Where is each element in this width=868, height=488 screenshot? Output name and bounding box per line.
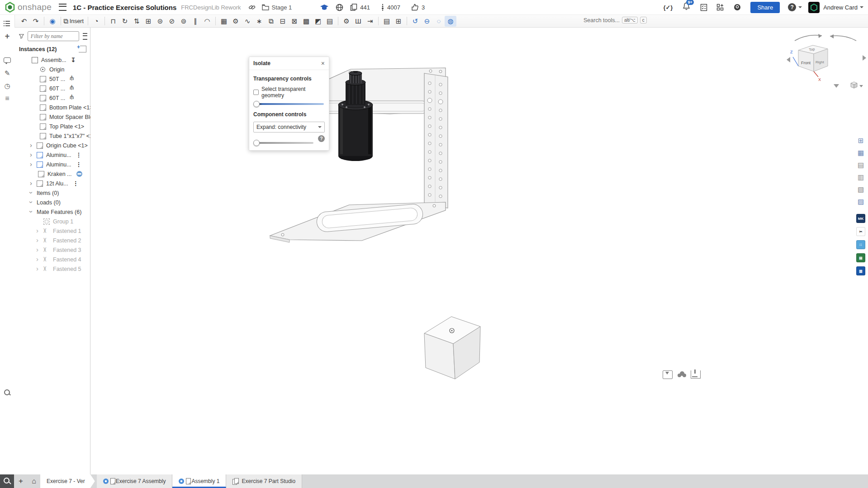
ball-mate-icon[interactable]: ⊚ <box>178 16 190 27</box>
hamburger-menu-icon[interactable] <box>59 4 66 11</box>
configurations-icon[interactable]: ⚙ <box>341 16 352 27</box>
drawing-icon[interactable]: ▤ <box>324 16 336 27</box>
item-label[interactable]: 12t Alu... <box>46 180 68 187</box>
configuration-panel-icon[interactable]: ▤ <box>856 161 865 170</box>
slider-mate-icon[interactable]: ⇅ <box>131 16 142 27</box>
section-view-icon[interactable]: ⊖ <box>421 16 433 27</box>
cylindrical-mate-icon[interactable]: ⊜ <box>154 16 166 27</box>
user-menu-caret-icon[interactable] <box>860 6 863 10</box>
comments-icon[interactable] <box>3 57 11 65</box>
item-label[interactable]: 60T ... <box>49 85 65 92</box>
tree-view-options-icon[interactable] <box>83 33 87 40</box>
group-icon[interactable]: ▦ <box>218 16 230 27</box>
grid-app-icon[interactable]: ∷ <box>856 240 865 249</box>
exploded-view-icon[interactable]: ◔ <box>90 16 102 27</box>
task-list-icon[interactable] <box>700 4 707 11</box>
link-icon[interactable] <box>248 4 256 11</box>
item-label[interactable]: Assemb... <box>41 57 66 63</box>
tree-item[interactable]: Fastened 3 <box>14 245 90 255</box>
properties-panel-icon[interactable]: ▧ <box>856 185 865 194</box>
mkcad-app-icon[interactable]: MK <box>856 214 865 223</box>
item-suffix-icon[interactable] <box>70 85 74 92</box>
usage-dots-icon[interactable] <box>381 4 384 11</box>
chevron-icon[interactable] <box>30 152 37 158</box>
fastened-mate-icon[interactable]: ⊓ <box>107 16 119 27</box>
sheet-metal-icon[interactable]: Ш <box>352 16 364 27</box>
item-label[interactable]: Aluminu... <box>46 161 71 168</box>
tree-item[interactable]: Fastened 2 <box>14 236 90 245</box>
scissors-app-icon[interactable]: ✂ <box>856 227 865 236</box>
copies-icon[interactable] <box>350 4 357 11</box>
printer-3d-icon[interactable] <box>663 370 673 379</box>
item-label[interactable]: Mate Features (6) <box>37 209 81 215</box>
filter-input[interactable] <box>28 31 79 41</box>
assembly-panel-icon[interactable]: ⊞ <box>856 136 865 145</box>
item-label[interactable]: Tube 1"x1"x7" <1> <box>49 133 96 139</box>
pin-slot-mate-icon[interactable]: ⊘ <box>166 16 178 27</box>
edit-document-icon[interactable] <box>3 69 11 77</box>
new-tab-button[interactable]: + <box>14 474 28 488</box>
item-suffix-icon[interactable] <box>70 95 74 101</box>
view-cube[interactable]: Top Front Right Z X <box>785 30 868 98</box>
measure-icon[interactable]: ↺ <box>409 16 421 27</box>
chevron-icon[interactable] <box>30 190 37 196</box>
custom-tables-panel-icon[interactable]: ▨ <box>856 197 865 206</box>
insert-icon[interactable]: ⧉ Insert <box>63 16 85 27</box>
chevron-icon[interactable] <box>36 266 43 272</box>
follow-mode-icon[interactable] <box>3 389 11 397</box>
item-label[interactable]: Origin <box>49 66 64 73</box>
tree-item[interactable]: Aluminu... <box>14 160 90 169</box>
user-name[interactable]: Andrew Card <box>823 4 858 11</box>
pattern-icon[interactable]: ∗ <box>253 16 265 27</box>
cloud-icon[interactable] <box>677 370 686 378</box>
toolbar-divider[interactable] <box>88 17 88 25</box>
item-label[interactable]: Fastened 2 <box>53 237 81 244</box>
tree-list-icon[interactable] <box>3 95 11 103</box>
help-badge-icon[interactable]: ? <box>318 135 325 142</box>
view-cube-right-label[interactable]: Right <box>816 60 824 64</box>
item-suffix-icon[interactable] <box>76 161 82 168</box>
appearance-icon[interactable]: ◩ <box>312 16 324 27</box>
chevron-icon[interactable] <box>30 199 37 206</box>
mate-connector-icon[interactable]: ◉ <box>47 16 58 27</box>
item-label[interactable]: Group 1 <box>53 218 73 225</box>
replicate-icon[interactable]: ⧉ <box>265 16 277 27</box>
tree-item[interactable]: 12t Alu... <box>14 179 90 188</box>
apps-grid-icon[interactable] <box>716 4 724 11</box>
revolute-mate-icon[interactable]: ↻ <box>119 16 131 27</box>
tree-item[interactable]: Top Plate <1> <box>14 122 90 131</box>
item-label[interactable]: Bottom Plate <1> <box>49 104 93 111</box>
help-icon[interactable]: ? <box>788 3 796 11</box>
gear-relation-icon[interactable]: ⚙ <box>230 16 242 27</box>
assembly-model[interactable] <box>90 28 868 474</box>
toolbar-divider[interactable] <box>44 17 44 25</box>
document-title[interactable]: 1C - Practice Exercise Solutions <box>73 4 176 11</box>
tree-item[interactable]: Items (0) <box>14 188 90 198</box>
tree-item[interactable]: Motor Spacer Block <1> <box>14 112 90 122</box>
thumbs-up-icon[interactable] <box>411 4 419 11</box>
item-label[interactable]: Items (0) <box>37 190 59 196</box>
bom-panel-icon[interactable]: ▦ <box>856 148 865 157</box>
item-label[interactable]: 50T ... <box>49 76 65 82</box>
expand-mode-dropdown[interactable]: Expand: connectivity <box>253 122 325 133</box>
select-transparent-checkbox-row[interactable]: Select transparent geometry <box>253 86 325 99</box>
avatar[interactable] <box>808 2 820 13</box>
public-globe-icon[interactable] <box>336 4 343 11</box>
tree-item[interactable]: Bottom Plate <1> <box>14 103 90 112</box>
tree-item[interactable]: Fastened 4 <box>14 255 90 264</box>
tree-item[interactable]: Assemb... <box>14 55 90 65</box>
tab-search-icon[interactable] <box>0 474 14 488</box>
folder-icon[interactable] <box>262 4 269 10</box>
tangent-mate-icon[interactable]: ◠ <box>201 16 213 27</box>
redo-icon[interactable]: ↷ <box>30 16 42 27</box>
item-label[interactable]: Fastened 5 <box>53 266 81 272</box>
toolbar-divider[interactable] <box>407 17 407 25</box>
chevron-icon[interactable] <box>36 247 43 253</box>
tree-item[interactable]: Fastened 5 <box>14 264 90 274</box>
tree-item[interactable]: Tube 1"x1"x7" <1> <box>14 131 90 141</box>
view-cube-graphic[interactable]: Top Front Right Z X <box>785 30 868 98</box>
component-slider-knob[interactable] <box>253 140 260 146</box>
ai-assistant-icon[interactable] <box>733 3 741 11</box>
rotate-right-chevron-icon[interactable] <box>863 55 866 61</box>
display-states-icon[interactable]: ▩ <box>300 16 312 27</box>
